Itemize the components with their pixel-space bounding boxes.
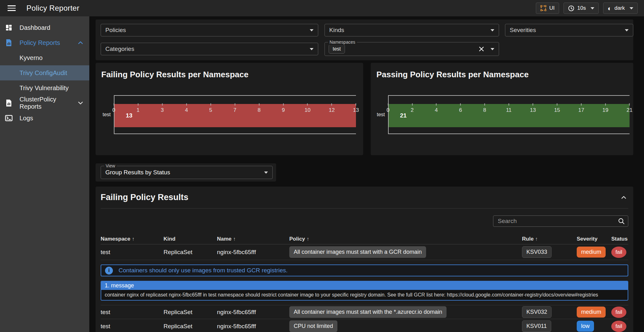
status-badge: fail xyxy=(611,247,626,258)
categories-select-label: Categories xyxy=(101,46,134,52)
policies-select[interactable]: Policies xyxy=(101,24,318,36)
filters-card: Policies Kinds Severities Categories Nam… xyxy=(96,19,633,60)
policy-chip: All container images must start with the… xyxy=(289,306,447,318)
search-input[interactable] xyxy=(493,216,628,226)
cell-kind: ReplicaSet xyxy=(164,323,217,330)
passing-chart-card: Passing Policy Results per Namespace tes… xyxy=(371,63,633,155)
severities-select-label: Severities xyxy=(505,27,536,34)
cell-policy: All container images must start with the… xyxy=(289,306,522,318)
cell-namespace: test xyxy=(101,323,164,330)
x-tick-label: 9 xyxy=(282,103,285,113)
column-header-status[interactable]: Status xyxy=(611,236,628,242)
sidebar-item-kyverno[interactable]: Kyverno xyxy=(0,50,89,65)
cell-status: fail xyxy=(611,321,628,332)
ui-button-label: UI xyxy=(549,5,555,11)
view-select-value: Group Results by Status xyxy=(101,169,170,176)
cell-name: nginx-5fbc65fff xyxy=(217,309,289,316)
clear-icon[interactable] xyxy=(479,46,484,52)
severities-select[interactable]: Severities xyxy=(505,24,633,36)
cell-name: nginx-5fbc65fff xyxy=(217,323,289,330)
cell-status: fail xyxy=(611,307,628,318)
column-header-policy[interactable]: Policy↑ xyxy=(289,236,522,242)
sidebar-item-label: ClusterPolicy Reports xyxy=(19,96,78,110)
file-chart-icon xyxy=(5,99,13,107)
namespaces-select[interactable]: Namespaces test xyxy=(325,42,499,56)
panel-title: Failing Policy Results xyxy=(101,193,188,202)
sidebar-item-policy-reports[interactable]: Policy Reports xyxy=(0,35,89,50)
rule-chip: KSV033 xyxy=(522,246,552,258)
kinds-select-label: Kinds xyxy=(325,27,344,34)
rule-chip: KSV032 xyxy=(522,306,552,318)
refresh-interval-select[interactable]: 10s xyxy=(564,3,599,14)
ui-artboard-icon xyxy=(540,5,547,11)
info-icon: i xyxy=(105,267,113,275)
namespaces-select-label: Namespaces xyxy=(328,40,357,45)
x-tick-label: 8 xyxy=(483,103,486,113)
sidebar-item-label: Kyverno xyxy=(19,54,42,62)
column-header-kind[interactable]: Kind xyxy=(164,236,217,242)
policy-reporter-app: Policy Reporter UI 10s ◐ dark xyxy=(0,0,644,332)
chevron-down-icon xyxy=(630,7,633,9)
dashboard-icon xyxy=(5,24,13,31)
theme-contrast-icon: ◐ xyxy=(608,5,612,12)
view-select[interactable]: View Group Results by Status xyxy=(101,166,273,179)
app-bar: Policy Reporter UI 10s ◐ dark xyxy=(0,0,644,16)
sidebar-item-label: Trivy Vulnerability xyxy=(19,84,69,92)
passing-chart-plot: test 21 xyxy=(388,95,630,134)
policy-description-alert: i Containers should only use images from… xyxy=(101,264,628,276)
chevron-down-icon xyxy=(310,29,314,31)
x-tick-label: 13 xyxy=(530,103,536,113)
sidebar-item-logs[interactable]: Logs xyxy=(0,111,89,126)
cell-policy: All container images must start with a G… xyxy=(289,246,522,258)
table-row[interactable]: test ReplicaSet nginx-5fbc65fff All cont… xyxy=(101,305,628,319)
status-badge: fail xyxy=(611,321,626,332)
sidebar-item-trivy-configaudit[interactable]: Trivy ConfigAudit xyxy=(0,65,89,80)
cell-name: nginx-5fbc65fff xyxy=(217,249,289,256)
categories-select[interactable]: Categories xyxy=(101,43,318,55)
policy-chip: CPU not limited xyxy=(289,320,337,332)
x-tick-label: 17 xyxy=(578,103,584,113)
menu-icon[interactable] xyxy=(8,5,16,11)
column-header-name[interactable]: Name↑ xyxy=(217,236,289,242)
table-row[interactable]: test ReplicaSet nginx-5fbc65fff All cont… xyxy=(101,244,628,260)
policy-description: Containers should only use images from t… xyxy=(119,267,288,274)
cell-severity: low xyxy=(577,321,611,332)
expanded-row-detail: i Containers should only use images from… xyxy=(101,260,628,305)
table-row[interactable]: test ReplicaSet nginx-5fbc65fff CPU not … xyxy=(101,319,628,332)
cell-rule: KSV032 xyxy=(522,306,577,318)
column-header-rule[interactable]: Rule↑ xyxy=(522,236,577,242)
x-tick-label: 8 xyxy=(258,103,260,113)
chevron-down-icon xyxy=(491,48,494,50)
ui-button[interactable]: UI xyxy=(536,3,559,14)
x-tick-label: 12 xyxy=(329,103,335,113)
collapse-chevron-up-icon[interactable] xyxy=(621,196,626,199)
message-block: 1. message container nginx of replicaset… xyxy=(101,281,628,301)
failing-chart-card: Failing Policy Results per Namespace tes… xyxy=(96,63,363,155)
view-card: View Group Results by Status xyxy=(96,163,276,182)
sidebar-item-label: Trivy ConfigAudit xyxy=(19,69,67,77)
rule-chip: KSV011 xyxy=(522,320,551,332)
sidebar-item-trivy-vulnerability[interactable]: Trivy Vulnerability xyxy=(0,80,89,95)
cell-status: fail xyxy=(611,247,628,258)
sidebar-item-clusterpolicy-reports[interactable]: ClusterPolicy Reports xyxy=(0,95,89,111)
column-header-namespace[interactable]: Namespace↑ xyxy=(101,236,164,242)
column-header-severity[interactable]: Severity xyxy=(577,236,611,242)
x-tick-label: 7 xyxy=(233,103,236,113)
console-icon xyxy=(5,114,13,122)
message-header: 1. message xyxy=(101,281,628,290)
x-axis-ticks: 01345789101213 xyxy=(114,103,356,114)
theme-select[interactable]: ◐ dark xyxy=(603,3,638,14)
sort-asc-icon: ↑ xyxy=(132,236,135,242)
sidebar-item-dashboard[interactable]: Dashboard xyxy=(0,20,89,35)
policy-chip: All container images must start with a G… xyxy=(289,246,426,258)
x-tick-label: 21 xyxy=(627,103,633,113)
x-tick-label: 0 xyxy=(386,103,389,113)
kinds-select[interactable]: Kinds xyxy=(325,24,499,36)
severity-badge: low xyxy=(577,321,594,332)
status-badge: fail xyxy=(611,307,626,318)
chevron-down-icon xyxy=(310,48,314,50)
x-tick-label: 19 xyxy=(602,103,608,113)
theme-value: dark xyxy=(614,5,625,11)
view-select-label: View xyxy=(104,163,117,169)
chevron-down-icon xyxy=(591,7,594,9)
